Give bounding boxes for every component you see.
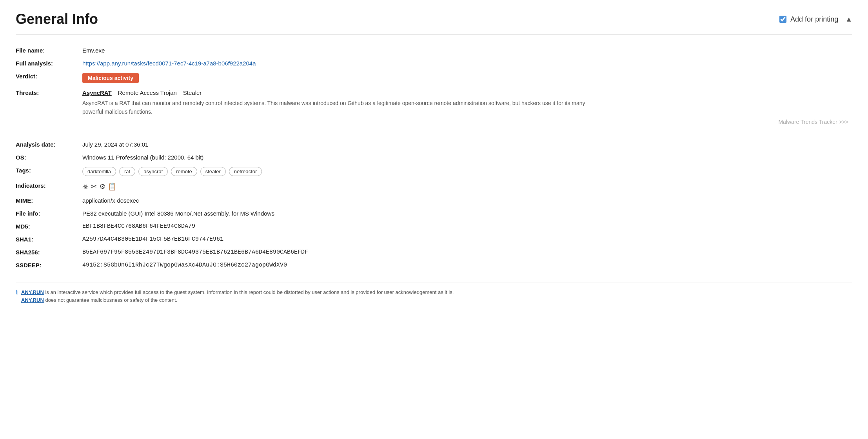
threats-row: Threats: AsyncRAT Remote Access Trojan S… [16, 86, 852, 138]
malware-tracker-link[interactable]: Malware Trends Tracker >>> [778, 119, 848, 125]
tag-pill[interactable]: darktortilla [82, 167, 116, 176]
full-analysis-label: Full analysis: [16, 57, 82, 70]
md5-value: EBF1B8FBE4CC768AB6F64FEE94C8DA79 [82, 220, 852, 233]
anyrun-link-1[interactable]: ANY.RUN [21, 289, 44, 295]
ssdeep-label: SSDEEP: [16, 259, 82, 272]
footer-note: ℹ ANY.RUN is an interactive service whic… [16, 283, 852, 304]
analysis-date-row: Analysis date: July 29, 2024 at 07:36:01 [16, 138, 852, 151]
indicators-label: Indicators: [16, 179, 82, 194]
tag-pill[interactable]: netreactor [229, 167, 262, 176]
sha1-label: SHA1: [16, 233, 82, 246]
settings-icon: ⚙ [99, 182, 105, 191]
md5-label: MD5: [16, 220, 82, 233]
indicators-row: Indicators: ☣ ✂ ⚙ 📋 [16, 179, 852, 194]
file-name-value: Emv.exe [82, 44, 852, 57]
tag-pill[interactable]: stealer [200, 167, 226, 176]
anyrun-link-2[interactable]: ANY.RUN [21, 297, 44, 303]
tag-pill[interactable]: rat [119, 167, 135, 176]
info-icon: ℹ [16, 289, 18, 296]
header-controls: Add for printing ▲ [779, 15, 852, 24]
tag-pill[interactable]: asyncrat [138, 167, 168, 176]
file-info-value: PE32 executable (GUI) Intel 80386 Mono/.… [82, 207, 852, 220]
ssdeep-row: SSDEEP: 49152:S5GbUn6I1RhJc27TWgopGWasXc… [16, 259, 852, 272]
file-info-label: File info: [16, 207, 82, 220]
sha1-row: SHA1: A2597DA4C4B305E1D4F15CF5B7EB16FC97… [16, 233, 852, 246]
os-row: OS: Windows 11 Professional (build: 2200… [16, 151, 852, 164]
threat-description: AsyncRAT is a RAT that can monitor and r… [82, 99, 592, 116]
tags-row: Tags: darktortillaratasyncratremotesteal… [16, 164, 852, 179]
scissors-icon: ✂ [91, 182, 97, 191]
mime-label: MIME: [16, 194, 82, 207]
clipboard-icon: 📋 [108, 182, 116, 191]
ssdeep-value: 49152:S5GbUn6I1RhJc27TWgopGWasXc4DAuJG:S… [82, 259, 852, 272]
sha256-value: B5EAF697F95F8553E2497D1F3BF8DC49375EB1B7… [82, 246, 852, 259]
mime-row: MIME: application/x-dosexec [16, 194, 852, 207]
file-name-label: File name: [16, 44, 82, 57]
sha256-label: SHA256: [16, 246, 82, 259]
info-table: File name: Emv.exe Full analysis: https:… [16, 44, 852, 272]
footer-text-1: is an interactive service which provides… [44, 289, 454, 295]
file-info-row: File info: PE32 executable (GUI) Intel 8… [16, 207, 852, 220]
os-value: Windows 11 Professional (build: 22000, 6… [82, 151, 852, 164]
chevron-up-icon[interactable]: ▲ [845, 15, 852, 24]
sha256-row: SHA256: B5EAF697F95F8553E2497D1F3BF8DC49… [16, 246, 852, 259]
malware-tracker-row: Malware Trends Tracker >>> [82, 116, 848, 130]
verdict-label: Verdict: [16, 70, 82, 86]
full-analysis-row: Full analysis: https://app.any.run/tasks… [16, 57, 852, 70]
md5-row: MD5: EBF1B8FBE4CC768AB6F64FEE94C8DA79 [16, 220, 852, 233]
indicators-container: ☣ ✂ ⚙ 📋 [82, 182, 848, 191]
tags-label: Tags: [16, 164, 82, 179]
biohazard-icon: ☣ [82, 182, 89, 191]
page-header: General Info Add for printing ▲ [16, 11, 852, 34]
footer-text-2: does not guarantee maliciousness or safe… [44, 297, 177, 303]
analysis-link[interactable]: https://app.any.run/tasks/fecd0071-7ec7-… [82, 60, 256, 67]
verdict-row: Verdict: Malicious activity [16, 70, 852, 86]
tags-container: darktortillaratasyncratremotestealernetr… [82, 167, 848, 176]
threat-rat: Remote Access Trojan [118, 89, 177, 96]
sha1-value: A2597DA4C4B305E1D4F15CF5B7EB16FC9747E961 [82, 233, 852, 246]
threats-list: AsyncRAT Remote Access Trojan Stealer [82, 89, 848, 96]
analysis-date-value: July 29, 2024 at 07:36:01 [82, 138, 852, 151]
print-label[interactable]: Add for printing [790, 15, 838, 24]
page-title: General Info [16, 11, 98, 27]
file-name-row: File name: Emv.exe [16, 44, 852, 57]
verdict-badge: Malicious activity [82, 73, 139, 83]
mime-value: application/x-dosexec [82, 194, 852, 207]
os-label: OS: [16, 151, 82, 164]
print-checkbox[interactable] [779, 16, 786, 23]
threat-stealer: Stealer [183, 89, 202, 96]
analysis-date-label: Analysis date: [16, 138, 82, 151]
threat-asyncrat[interactable]: AsyncRAT [82, 89, 112, 96]
footer-text: ANY.RUN is an interactive service which … [21, 288, 454, 304]
tag-pill[interactable]: remote [171, 167, 197, 176]
threats-label: Threats: [16, 86, 82, 138]
